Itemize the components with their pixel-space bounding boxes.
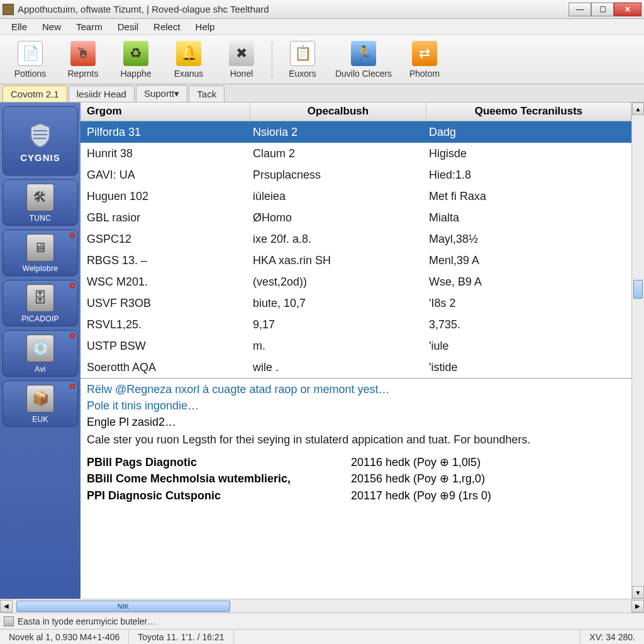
detail-item-name: PBill Pags Diagnotic — [87, 454, 351, 470]
table-row[interactable]: WSC M201.(vest,2od))Wse, B9 A — [80, 271, 631, 292]
cell-c1: Pilforda 31 — [80, 126, 250, 139]
shield-icon — [26, 121, 55, 150]
side-welplobre[interactable]: 🖥Welplobre — [3, 230, 78, 276]
tb-photom[interactable]: ⇄Photom — [398, 37, 451, 82]
side-picadoip[interactable]: 🗄PICADOIP — [3, 280, 78, 326]
scroll-left-icon[interactable]: ◀ — [0, 600, 13, 613]
table-row[interactable]: GAVI: UAPrsuplacnessHied:1.8 — [80, 164, 631, 186]
tb-pottions[interactable]: 📄Pottions — [4, 37, 57, 82]
horizontal-scrollbar[interactable]: ◀ NIK ▶ — [0, 599, 644, 613]
cell-c1: Hunrit 38 — [80, 147, 250, 160]
cell-c3: 'iule — [426, 340, 631, 353]
cell-c2: iúleiea — [250, 190, 426, 203]
side-logo[interactable]: CYGNIS — [3, 106, 78, 175]
detail-item-val: 20117 hedk (Poy ⊕9 (1rs 0) — [351, 487, 625, 504]
scroll-up-icon[interactable]: ▲ — [632, 103, 644, 115]
close-button[interactable]: ✕ — [614, 3, 641, 16]
tb-label: Pottions — [14, 69, 47, 79]
server-icon: 🗄 — [26, 284, 54, 312]
side-label: Welplobre — [23, 264, 58, 273]
table-row[interactable]: USTP BSWm.'iule — [80, 335, 631, 357]
tb-duvilo-clecers[interactable]: 🏃Duvilo Clecers — [329, 37, 398, 82]
detail-pane: Rëlw @Regneza nxorl à cuagte atad raop o… — [80, 378, 631, 510]
menu-tearm[interactable]: Tearm — [69, 19, 110, 34]
side-label: PICADOIP — [21, 314, 59, 323]
col-opecalbush[interactable]: Opecalbush — [250, 103, 426, 121]
side-tunc[interactable]: 🛠TUNC — [3, 179, 78, 226]
menu-help[interactable]: Help — [188, 19, 223, 34]
menu-new[interactable]: New — [35, 19, 69, 34]
side-avi[interactable]: 💿Avi — [3, 330, 78, 377]
tab-tack[interactable]: Tack — [189, 86, 225, 102]
cell-c3: Mayl,38½ — [426, 233, 631, 246]
detail-row: PBill Pags Diagnotic20116 hedk (Poy ⊕ 1,… — [87, 454, 625, 470]
tb-exanus[interactable]: 🔔Exanus — [162, 37, 215, 82]
cell-c1: GBL rasior — [80, 211, 250, 225]
cell-c2: Prsuplacness — [250, 169, 426, 182]
detail-item-val: 20156 hedk (Poy ⊕ 1,rg,0) — [351, 470, 625, 487]
cell-c2: ixe 20f. a.8. — [250, 233, 426, 246]
task-text: Easta in tyode eerumyicic buteler… — [18, 616, 156, 626]
detail-link-2[interactable]: Pole it tinis ingondie… — [87, 397, 625, 414]
toolbar: 📄Pottions 🖱Reprnts ♻Happhe 🔔Exanus ✖Hone… — [0, 35, 644, 84]
hscroll-track[interactable]: NIK — [14, 601, 630, 612]
scroll-track[interactable] — [632, 115, 644, 586]
table-row[interactable]: RBGS 13. –HKA xas.rin SHMenl,39 A — [80, 250, 631, 271]
gear-icon: 🛠 — [26, 184, 54, 211]
table-row[interactable]: Soerotth AQAwile .'istide — [80, 357, 631, 378]
table-row[interactable]: GSPC12ixe 20f. a.8.Mayl,38½ — [80, 228, 631, 250]
cell-c2: biute, 10,7 — [250, 297, 426, 310]
cell-c3: Mialta — [426, 211, 631, 225]
detail-row: BBill Come Mechmolsia wutemblieric,20156… — [87, 470, 625, 487]
detail-link-1[interactable]: Rëlw @Regneza nxorl à cuagte atad raop o… — [87, 381, 625, 397]
side-euk[interactable]: 📦EUK — [3, 380, 78, 427]
cell-c1: RSVL1,25. — [80, 318, 250, 331]
table-row[interactable]: GBL rasiorØHomoMialta — [80, 207, 631, 228]
table-row[interactable]: Huguen 102iúleieaMet fi Raxa — [80, 186, 631, 207]
tab-lesiidr[interactable]: lesiidr Head — [69, 86, 135, 102]
tb-happhe[interactable]: ♻Happhe — [109, 37, 162, 82]
tb-honel[interactable]: ✖Honel — [215, 37, 268, 82]
detail-item-name: PPI Diagnosic Cutsponic — [87, 487, 351, 504]
grid-header: Grgom Opecalbush Queemo Tecranilusts — [80, 103, 631, 121]
badge-dot — [70, 333, 75, 338]
menubar: Elle New Tearm Desil Relect Help — [0, 19, 644, 35]
tab-covotm[interactable]: Covotm 2.1 — [3, 86, 67, 102]
table-row[interactable]: Hunrit 38Claum 2Higisde — [80, 143, 631, 164]
detail-line-3: Engle Pl zasid2… — [87, 414, 625, 430]
tabstrip: Covotm 2.1 lesiidr Head Suportt▾ Tack — [0, 84, 644, 102]
col-grgom[interactable]: Grgom — [80, 103, 250, 121]
task-icon — [4, 616, 14, 626]
cell-c2: m. — [250, 340, 426, 353]
table-row[interactable]: RSVL1,25.9,173,735. — [80, 314, 631, 335]
scroll-right-icon[interactable]: ▶ — [631, 600, 644, 613]
disk-icon: 💿 — [26, 335, 54, 362]
cell-c1: GAVI: UA — [80, 169, 250, 182]
cell-c3: 3,735. — [426, 318, 631, 331]
tb-label: Happhe — [120, 69, 151, 79]
tb-reprnts[interactable]: 🖱Reprnts — [57, 37, 109, 82]
detail-item-val: 20116 hedk (Poy ⊕ 1,0l5) — [351, 454, 625, 470]
window-title: Appothuctuim, oftwate Tizumt, | Roved-ol… — [18, 4, 569, 14]
side-label: Avi — [35, 365, 45, 374]
maximize-button[interactable]: ▢ — [591, 3, 614, 16]
scroll-thumb[interactable] — [633, 280, 643, 299]
box-icon: 📦 — [26, 385, 54, 413]
hscroll-thumb[interactable]: NIK — [16, 601, 230, 612]
menu-relect[interactable]: Relect — [146, 19, 188, 34]
toolbar-separator — [272, 41, 272, 79]
cell-c3: Dadg — [426, 126, 631, 139]
tab-suportt[interactable]: Suportt▾ — [136, 85, 187, 102]
tb-label: Duvilo Clecers — [335, 69, 392, 79]
table-row[interactable]: USVF R3OBbiute, 10,7'I8s 2 — [80, 292, 631, 314]
tb-euxors[interactable]: 📋Euxors — [276, 37, 329, 82]
minimize-button[interactable]: — — [569, 3, 591, 16]
scroll-down-icon[interactable]: ▼ — [632, 586, 644, 599]
cell-c1: USVF R3OB — [80, 297, 250, 310]
table-row[interactable]: Pilforda 31Nsioria 2Dadg — [80, 121, 631, 143]
menu-elle[interactable]: Elle — [4, 19, 35, 34]
tb-label: Reprnts — [67, 69, 98, 79]
menu-desil[interactable]: Desil — [110, 19, 146, 34]
vertical-scrollbar[interactable]: ▲ ▼ — [631, 103, 644, 599]
col-queemo[interactable]: Queemo Tecranilusts — [426, 103, 631, 121]
